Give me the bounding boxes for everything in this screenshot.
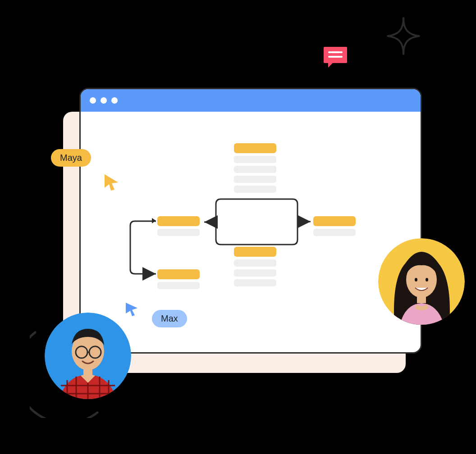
sparkle-icon — [385, 16, 421, 58]
avatar-user-maya — [378, 238, 465, 325]
svg-point-17 — [415, 278, 417, 281]
diagram-node-left-2[interactable] — [157, 269, 200, 292]
svg-point-18 — [426, 278, 428, 281]
cursor-pointer-maya — [103, 173, 121, 193]
chat-bubble-icon — [323, 46, 348, 71]
diagram-node-bottom[interactable] — [234, 247, 276, 289]
user-name-label: Maya — [60, 153, 82, 163]
window-titlebar — [81, 89, 421, 112]
user-cursor-label-max: Max — [152, 310, 187, 327]
user-cursor-label-maya: Maya — [51, 149, 91, 167]
svg-rect-0 — [328, 51, 343, 53]
diagram-node-right[interactable] — [313, 216, 356, 239]
cursor-pointer-max — [124, 301, 139, 319]
svg-rect-1 — [328, 56, 343, 58]
svg-rect-19 — [417, 295, 426, 303]
diagram-node-left-1[interactable] — [157, 216, 200, 239]
window-control-dot[interactable] — [90, 97, 96, 104]
diagram-node-top[interactable] — [234, 143, 276, 195]
window-control-dot[interactable] — [101, 97, 107, 104]
avatar-arc-decoration — [30, 328, 124, 420]
user-name-label: Max — [161, 313, 178, 323]
window-control-dot[interactable] — [111, 97, 118, 104]
